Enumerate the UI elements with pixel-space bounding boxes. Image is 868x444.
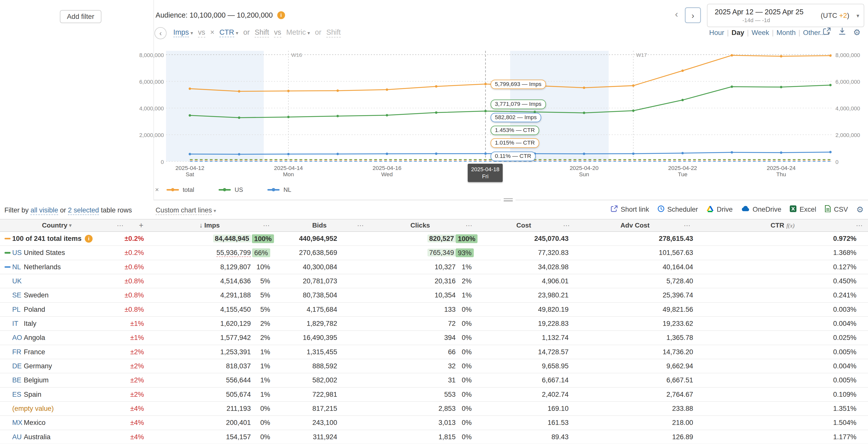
short-link-button[interactable]: Short link bbox=[611, 205, 649, 214]
table-row[interactable]: 100 of 241 total itemsi±0.2%84,448,94510… bbox=[0, 232, 868, 246]
column-menu-icon[interactable]: ⋯ bbox=[117, 221, 123, 230]
metric-1-dropdown[interactable]: Imps▾ bbox=[173, 28, 193, 36]
bids-value: 80,738,504 bbox=[273, 291, 337, 299]
country-code-link[interactable]: NL bbox=[12, 263, 24, 271]
info-icon[interactable]: i bbox=[277, 11, 285, 19]
uncertainty-value: ±0.8% bbox=[114, 291, 146, 299]
table-row[interactable]: NLNetherlands±0.6%8,129,80710%40,300,084… bbox=[0, 260, 868, 274]
next-range-button[interactable]: › bbox=[685, 7, 701, 23]
open-in-new-icon[interactable] bbox=[823, 27, 831, 37]
table-row[interactable]: MXMexico±4%200,4010%243,1003,0130%161.53… bbox=[0, 416, 868, 430]
excel-button[interactable]: Excel bbox=[789, 205, 816, 214]
column-menu-icon[interactable]: ⋯ bbox=[856, 221, 863, 230]
filter-all-visible-link[interactable]: all visible bbox=[30, 206, 58, 215]
column-header-imps[interactable]: ↓Imps ⋯ bbox=[146, 219, 273, 231]
table-row[interactable]: AUAustralia±4%154,1570%311,9241,8150%89.… bbox=[0, 430, 868, 444]
country-code-link[interactable]: DE bbox=[12, 362, 24, 370]
table-row[interactable]: PLPoland±0.8%4,155,4505%4,175,6841330%49… bbox=[0, 303, 868, 317]
date-range-relative: -14d — -1d bbox=[715, 17, 798, 24]
country-code-link[interactable]: PL bbox=[12, 305, 24, 313]
column-menu-icon[interactable]: ⋯ bbox=[357, 221, 364, 230]
export-label: CSV bbox=[834, 206, 848, 213]
country-name: Mexico bbox=[24, 419, 45, 426]
custom-chart-lines-dropdown[interactable]: Custom chart lines▾ bbox=[155, 206, 216, 214]
drive-button[interactable]: Drive bbox=[706, 205, 733, 214]
country-name: Italy bbox=[24, 319, 36, 328]
gear-icon[interactable]: ⚙ bbox=[853, 27, 861, 37]
country-code-link[interactable]: MX bbox=[12, 419, 24, 426]
resize-handle[interactable] bbox=[501, 197, 515, 202]
gear-icon[interactable]: ⚙ bbox=[856, 205, 864, 214]
imps-value: 4,514,636 bbox=[146, 277, 252, 285]
clicks-percent: 0% bbox=[456, 319, 474, 328]
column-header-cost[interactable]: Cost ⋯ bbox=[474, 219, 573, 231]
clicks-value: 765,349 bbox=[366, 249, 455, 257]
table-row[interactable]: BEBelgium±2%556,6441%582,002310%6,667.14… bbox=[0, 373, 868, 387]
formula-indicator: f(x) bbox=[786, 222, 795, 229]
adv-cost-value: 9,662.94 bbox=[573, 362, 697, 370]
table-row[interactable]: UK±0.8%4,514,6365%20,781,07320,3162%4,90… bbox=[0, 274, 868, 288]
bids-value: 722,981 bbox=[273, 390, 337, 399]
table-row[interactable]: (empty value)±4%211,1930%817,2152,8530%1… bbox=[0, 402, 868, 416]
date-range-picker[interactable]: 2025 Apr 12 — 2025 Apr 25 -14d — -1d (UT… bbox=[707, 4, 864, 27]
country-code-link[interactable]: AO bbox=[12, 334, 24, 342]
add-filter-button[interactable]: Add filter bbox=[60, 10, 101, 23]
filter-selected-link[interactable]: 2 selected bbox=[68, 206, 99, 215]
bids-value: 20,781,073 bbox=[273, 277, 337, 285]
country-cell: UK bbox=[0, 277, 114, 285]
country-code-link[interactable]: IT bbox=[12, 319, 24, 328]
country-code-link[interactable]: FR bbox=[12, 348, 24, 356]
csv-button[interactable]: CSV bbox=[825, 205, 848, 214]
onedrive-button[interactable]: OneDrive bbox=[741, 205, 781, 214]
table-row[interactable]: ESSpain±2%505,6741%722,9815530%2,402.742… bbox=[0, 388, 868, 402]
granularity-week[interactable]: Week bbox=[751, 29, 769, 36]
y-axis-label-right: 2,000,000 bbox=[836, 132, 860, 139]
table-row[interactable]: USUnited States±0.2%55,936,79966%270,638… bbox=[0, 246, 868, 260]
add-column-button[interactable]: + bbox=[139, 221, 144, 230]
country-code-link[interactable]: US bbox=[12, 249, 24, 257]
legend-item-total[interactable]: total bbox=[166, 186, 194, 193]
country-code-link[interactable]: AU bbox=[12, 433, 24, 441]
table-row[interactable]: SESweden±0.8%4,291,1885%80,738,50410,354… bbox=[0, 288, 868, 303]
table-row[interactable]: AOAngola±1%1,577,9422%16,490,3953940%1,1… bbox=[0, 331, 868, 345]
granularity-day[interactable]: Day bbox=[732, 29, 744, 36]
table-row[interactable]: ITItaly±1%1,620,1292%1,829,782720%19,228… bbox=[0, 317, 868, 331]
indicator-spacer bbox=[4, 309, 10, 310]
prev-range-button[interactable]: ‹ bbox=[671, 9, 682, 20]
collapse-panel-button[interactable]: ‹ bbox=[154, 27, 166, 39]
column-menu-icon[interactable]: ⋯ bbox=[563, 221, 569, 230]
indicator-spacer bbox=[4, 379, 10, 381]
table-row[interactable]: DEGermany±2%818,0371%888,592320%9,658.95… bbox=[0, 359, 868, 373]
country-code-link[interactable]: UK bbox=[12, 277, 24, 285]
metric-3-dropdown[interactable]: Metric▾ bbox=[286, 28, 310, 36]
shift-toggle-2[interactable]: Shift bbox=[326, 28, 341, 37]
granularity-month[interactable]: Month bbox=[776, 29, 796, 36]
granularity-hour[interactable]: Hour bbox=[709, 29, 724, 36]
country-code-link[interactable]: ES bbox=[12, 390, 24, 399]
column-header-adv-cost[interactable]: Adv Cost ⋯ bbox=[573, 219, 697, 231]
export-label: Scheduler bbox=[667, 206, 698, 213]
column-header-ctr[interactable]: CTRf(x) ⋯ bbox=[697, 219, 868, 231]
column-menu-icon[interactable]: ⋯ bbox=[263, 221, 270, 230]
info-icon[interactable]: i bbox=[85, 235, 93, 243]
granularity-other[interactable]: Other... bbox=[803, 29, 826, 36]
column-header-country[interactable]: Country▾ bbox=[0, 219, 114, 231]
metric-2-dropdown[interactable]: CTR▾ bbox=[219, 28, 238, 36]
scheduler-button[interactable]: Scheduler bbox=[657, 205, 698, 214]
legend-item-US[interactable]: US bbox=[219, 186, 243, 193]
column-header-bids[interactable]: Bids ⋯ bbox=[273, 219, 366, 231]
vs-toggle-2[interactable]: vs bbox=[274, 28, 281, 37]
country-code-link[interactable]: BE bbox=[12, 376, 24, 384]
column-header-clicks[interactable]: Clicks ⋯ bbox=[366, 219, 474, 231]
clicks-value: 20,316 bbox=[366, 277, 455, 285]
country-code-link[interactable]: SE bbox=[12, 291, 24, 299]
column-menu-icon[interactable]: ⋯ bbox=[466, 221, 472, 230]
remove-metric-icon[interactable]: × bbox=[210, 28, 214, 36]
download-icon[interactable] bbox=[838, 27, 846, 37]
legend-close-icon[interactable]: × bbox=[155, 186, 159, 194]
shift-toggle[interactable]: Shift bbox=[255, 28, 269, 37]
column-menu-icon[interactable]: ⋯ bbox=[684, 221, 690, 230]
legend-item-NL[interactable]: NL bbox=[268, 186, 291, 193]
table-row[interactable]: FRFrance±2%1,253,3911%1,315,455660%14,72… bbox=[0, 345, 868, 359]
vs-toggle[interactable]: vs bbox=[198, 28, 205, 37]
